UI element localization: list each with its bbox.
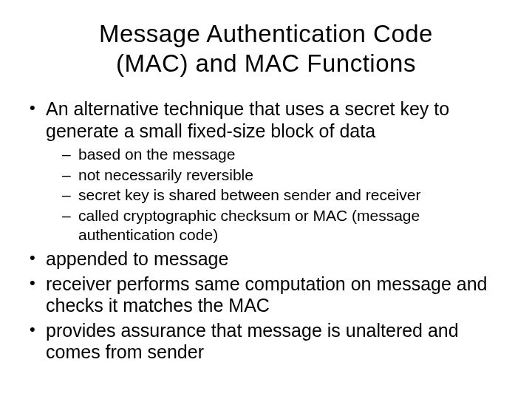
bullet-list: An alternative technique that uses a sec… [22, 98, 510, 364]
sub-bullet-text: called cryptographic checksum or MAC (me… [78, 207, 420, 243]
bullet-item: provides assurance that message is unalt… [25, 320, 507, 364]
sub-bullet-item: secret key is shared between sender and … [62, 185, 507, 205]
sub-bullet-text: secret key is shared between sender and … [78, 186, 420, 203]
bullet-item: An alternative technique that uses a sec… [25, 98, 507, 244]
title-line-2: (MAC) and MAC Functions [116, 50, 416, 77]
bullet-item: appended to message [25, 248, 507, 270]
sub-bullet-text: based on the message [78, 146, 235, 163]
title-line-1: Message Authentication Code [99, 20, 433, 47]
slide-title: Message Authentication Code (MAC) and MA… [52, 19, 480, 78]
sub-bullet-item: based on the message [62, 145, 507, 164]
slide: Message Authentication Code (MAC) and MA… [0, 0, 532, 399]
bullet-text: provides assurance that message is unalt… [46, 320, 459, 363]
bullet-text: appended to message [46, 248, 228, 269]
sub-bullet-list: based on the message not necessarily rev… [46, 145, 507, 244]
sub-bullet-text: not necessarily reversible [78, 166, 253, 183]
sub-bullet-item: not necessarily reversible [62, 166, 507, 185]
sub-bullet-item: called cryptographic checksum or MAC (me… [62, 206, 507, 244]
bullet-text: receiver performs same computation on me… [46, 273, 488, 316]
bullet-text: An alternative technique that uses a sec… [46, 98, 449, 141]
bullet-item: receiver performs same computation on me… [25, 273, 507, 317]
